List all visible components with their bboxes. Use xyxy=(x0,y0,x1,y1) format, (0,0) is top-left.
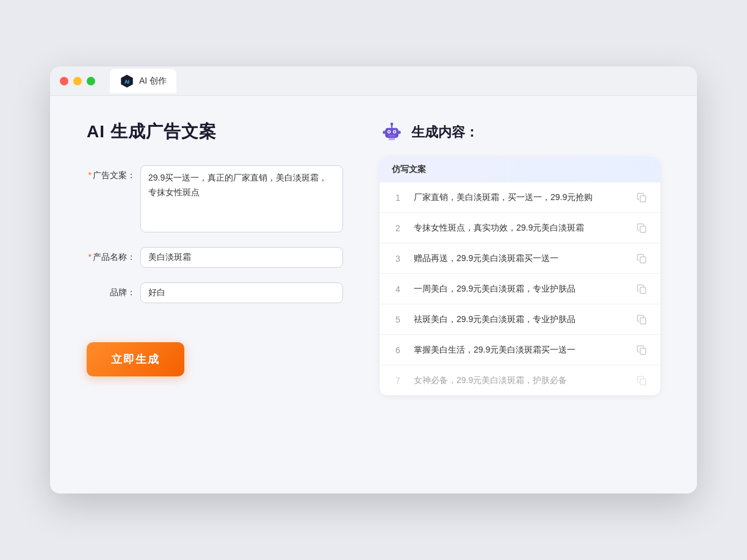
item-number: 3 xyxy=(392,254,404,264)
copy-icon[interactable] xyxy=(636,283,648,295)
svg-rect-12 xyxy=(389,138,395,140)
copy-icon[interactable] xyxy=(636,314,648,326)
item-text: 专抹女性斑点，真实功效，29.9元美白淡斑霜 xyxy=(414,221,626,234)
right-panel: 生成内容： 仿写文案 1厂家直销，美白淡斑霜，买一送一，29.9元抢购 2专抹女… xyxy=(380,120,660,395)
required-star-ad: * xyxy=(88,170,92,180)
main-content: AI 生成广告文案 *广告文案： 29.9买一送一，真正的厂家直销，美白淡斑霜，… xyxy=(50,96,697,420)
result-card: 仿写文案 1厂家直销，美白淡斑霜，买一送一，29.9元抢购 2专抹女性斑点，真实… xyxy=(380,157,660,395)
svg-rect-11 xyxy=(399,131,401,134)
copy-icon[interactable] xyxy=(636,192,648,204)
ad-copy-label: *广告文案： xyxy=(87,165,135,181)
ai-tab[interactable]: AI AI 创作 xyxy=(110,69,176,93)
result-title: 生成内容： xyxy=(411,123,478,142)
ad-copy-input[interactable]: 29.9买一送一，真正的厂家直销，美白淡斑霜，专抹女性斑点 xyxy=(140,165,343,232)
minimize-button[interactable] xyxy=(73,77,82,85)
svg-text:AI: AI xyxy=(125,79,129,84)
copy-icon[interactable] xyxy=(636,375,648,387)
item-text: 赠品再送，29.9元美白淡斑霜买一送一 xyxy=(414,252,626,265)
product-name-label: *产品名称： xyxy=(87,247,135,263)
result-list: 1厂家直销，美白淡斑霜，买一送一，29.9元抢购 2专抹女性斑点，真实功效，29… xyxy=(380,182,660,395)
result-item: 3赠品再送，29.9元美白淡斑霜买一送一 xyxy=(380,243,660,274)
item-text: 女神必备，29.9元美白淡斑霜，护肤必备 xyxy=(414,374,626,387)
copy-icon[interactable] xyxy=(636,344,648,356)
close-button[interactable] xyxy=(60,77,68,85)
item-number: 2 xyxy=(392,223,404,233)
ad-copy-group: *广告文案： 29.9买一送一，真正的厂家直销，美白淡斑霜，专抹女性斑点 xyxy=(87,165,343,232)
brand-label: 品牌： xyxy=(87,282,135,298)
svg-rect-13 xyxy=(640,196,646,202)
item-text: 一周美白，29.9元美白淡斑霜，专业护肤品 xyxy=(414,282,626,295)
generate-button[interactable]: 立即生成 xyxy=(87,342,184,376)
item-text: 掌握美白生活，29.9元美白淡斑霜买一送一 xyxy=(414,343,626,356)
svg-rect-15 xyxy=(640,257,646,263)
svg-rect-18 xyxy=(640,348,646,354)
item-text: 厂家直销，美白淡斑霜，买一送一，29.9元抢购 xyxy=(414,191,626,204)
page-title: AI 生成广告文案 xyxy=(87,120,343,143)
item-number: 1 xyxy=(392,193,404,203)
svg-rect-16 xyxy=(640,287,646,293)
result-item: 5祛斑美白，29.9元美白淡斑霜，专业护肤品 xyxy=(380,304,660,335)
left-panel: AI 生成广告文案 *广告文案： 29.9买一送一，真正的厂家直销，美白淡斑霜，… xyxy=(87,120,343,395)
svg-rect-7 xyxy=(389,135,395,137)
brand-input[interactable] xyxy=(140,282,343,303)
svg-point-5 xyxy=(388,131,390,133)
ai-tab-icon: AI xyxy=(120,74,134,88)
copy-icon[interactable] xyxy=(636,253,648,265)
maximize-button[interactable] xyxy=(87,77,95,85)
traffic-lights xyxy=(60,77,95,85)
item-number: 5 xyxy=(392,315,404,325)
result-table-header: 仿写文案 xyxy=(380,157,660,182)
item-number: 7 xyxy=(392,376,404,386)
item-text: 祛斑美白，29.9元美白淡斑霜，专业护肤品 xyxy=(414,313,626,326)
svg-rect-19 xyxy=(640,379,646,385)
result-item: 6掌握美白生活，29.9元美白淡斑霜买一送一 xyxy=(380,335,660,365)
product-name-input[interactable] xyxy=(140,247,343,268)
robot-icon xyxy=(380,120,404,145)
svg-rect-10 xyxy=(383,131,385,134)
svg-point-9 xyxy=(391,123,394,126)
result-item: 1厂家直销，美白淡斑霜，买一送一，29.9元抢购 xyxy=(380,182,660,213)
result-header: 生成内容： xyxy=(380,120,660,145)
result-item: 7女神必备，29.9元美白淡斑霜，护肤必备 xyxy=(380,365,660,395)
product-name-group: *产品名称： xyxy=(87,247,343,268)
item-number: 6 xyxy=(392,345,404,355)
browser-window: AI AI 创作 AI 生成广告文案 *广告文案： 29.9买一送一，真正的厂家… xyxy=(50,66,697,494)
svg-rect-17 xyxy=(640,318,646,324)
result-item: 4一周美白，29.9元美白淡斑霜，专业护肤品 xyxy=(380,274,660,304)
required-star-product: * xyxy=(88,252,92,262)
browser-titlebar: AI AI 创作 xyxy=(50,66,697,96)
item-number: 4 xyxy=(392,284,404,294)
copy-icon[interactable] xyxy=(636,222,648,234)
result-item: 2专抹女性斑点，真实功效，29.9元美白淡斑霜 xyxy=(380,213,660,243)
svg-rect-14 xyxy=(640,226,646,232)
brand-group: 品牌： xyxy=(87,282,343,303)
tab-label: AI 创作 xyxy=(139,76,167,87)
svg-point-6 xyxy=(394,131,395,133)
